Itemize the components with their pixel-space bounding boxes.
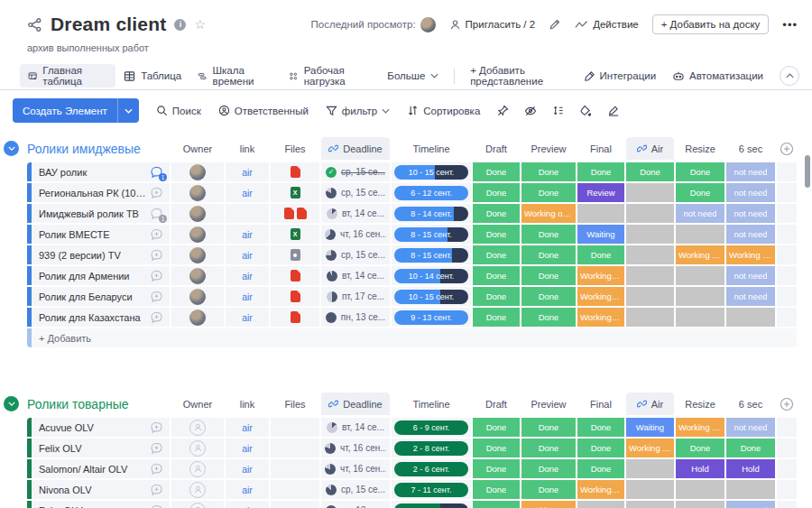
add-column-button[interactable] bbox=[777, 393, 797, 415]
status-cell-6-sec[interactable]: not need bbox=[726, 266, 775, 285]
status-cell-resize[interactable]: not need bbox=[676, 204, 724, 223]
status-cell-draft[interactable]: Done bbox=[473, 225, 520, 244]
column-header-deadline[interactable]: Deadline bbox=[321, 137, 390, 160]
owner-cell[interactable] bbox=[171, 266, 224, 285]
column-header-6-sec[interactable]: 6 sec bbox=[726, 137, 775, 160]
automations-button[interactable]: Автоматизации bbox=[672, 70, 763, 82]
status-cell-air[interactable] bbox=[626, 287, 674, 306]
owner-avatar[interactable] bbox=[189, 309, 206, 326]
link-text[interactable]: air bbox=[242, 271, 253, 282]
status-cell-draft[interactable]: Done bbox=[473, 204, 520, 223]
status-cell-6-sec[interactable]: not need bbox=[726, 225, 775, 244]
link-text[interactable]: air bbox=[242, 464, 253, 475]
info-icon[interactable]: i bbox=[174, 19, 186, 31]
img-file-icon[interactable] bbox=[291, 249, 300, 261]
status-cell-6-sec[interactable]: not need bbox=[726, 287, 775, 306]
deadline-cell[interactable]: ср, 15 се... bbox=[321, 480, 390, 499]
timeline-cell[interactable]: 8 - 14 сент. bbox=[392, 204, 471, 223]
deadline-cell[interactable]: пт, 17 се... bbox=[321, 287, 390, 306]
item-name-cell[interactable]: Ролик для Армении bbox=[27, 266, 170, 285]
column-header-timeline[interactable]: Timeline bbox=[392, 393, 471, 415]
status-cell-preview[interactable]: Done bbox=[521, 266, 576, 285]
status-cell-final[interactable]: Done bbox=[577, 245, 624, 264]
files-cell[interactable] bbox=[271, 439, 319, 457]
filter-button[interactable]: фильтр bbox=[326, 106, 390, 116]
tab-table[interactable]: Таблица bbox=[115, 64, 189, 88]
timeline-pill[interactable]: 10 - 15 сент. bbox=[394, 290, 468, 304]
status-cell-resize[interactable] bbox=[676, 308, 724, 327]
status-cell-resize[interactable]: Done bbox=[676, 439, 724, 457]
status-cell-final[interactable]: Done bbox=[577, 439, 624, 457]
column-header-draft[interactable]: Draft bbox=[473, 137, 520, 160]
link-cell[interactable]: air bbox=[226, 418, 269, 437]
add-update-icon[interactable] bbox=[150, 291, 163, 303]
owner-avatar[interactable] bbox=[189, 164, 206, 180]
add-view-button[interactable]: + Добавить представление bbox=[462, 64, 583, 88]
link-text[interactable]: air bbox=[242, 485, 253, 495]
add-update-icon[interactable] bbox=[150, 270, 163, 282]
item-name[interactable]: Ролик для Беларуси bbox=[39, 291, 146, 302]
status-cell-draft[interactable]: Done bbox=[473, 183, 520, 202]
status-cell-resize[interactable]: Working on it bbox=[676, 418, 724, 437]
owner-avatar[interactable] bbox=[189, 289, 206, 305]
column-header-files[interactable]: Files bbox=[271, 393, 319, 415]
deadline-cell[interactable]: чт, 16 сен... bbox=[321, 459, 390, 478]
column-header-link[interactable]: link bbox=[226, 137, 269, 160]
chat-bubble-icon[interactable]: 1 bbox=[150, 166, 163, 179]
files-cell[interactable] bbox=[271, 162, 319, 181]
timeline-cell[interactable]: 8 - 15 сент. bbox=[392, 225, 471, 244]
link-text[interactable]: air bbox=[242, 229, 253, 240]
item-name-cell[interactable]: Salomon/ Altair OLV bbox=[27, 459, 170, 478]
add-item-button[interactable]: + Добавить bbox=[27, 328, 797, 347]
owner-cell[interactable] bbox=[171, 204, 224, 223]
files-cell[interactable] bbox=[271, 480, 319, 499]
timeline-pill[interactable]: 10 - 14 сент. bbox=[394, 269, 468, 283]
status-cell-draft[interactable]: Done bbox=[473, 287, 520, 306]
owner-cell[interactable] bbox=[171, 439, 224, 457]
timeline-cell[interactable]: 10 - 15 сент. bbox=[392, 287, 471, 306]
status-cell-resize[interactable]: Working on it bbox=[676, 245, 724, 264]
status-cell-preview[interactable]: Done bbox=[521, 418, 576, 437]
add-update-icon[interactable] bbox=[150, 504, 163, 508]
status-cell-6-sec[interactable]: Working on it bbox=[726, 245, 775, 264]
status-cell-resize[interactable] bbox=[676, 225, 724, 244]
row-height-icon[interactable] bbox=[552, 105, 564, 116]
status-cell-air[interactable]: Working on it bbox=[626, 439, 674, 457]
status-cell-6-sec[interactable]: not need bbox=[726, 418, 775, 437]
column-header-air[interactable]: Air bbox=[626, 393, 674, 415]
status-cell-air[interactable] bbox=[626, 183, 674, 202]
status-cell-final[interactable]: Working on it bbox=[577, 266, 624, 285]
status-cell-draft[interactable]: Done bbox=[473, 245, 520, 264]
owner-avatar[interactable] bbox=[189, 226, 206, 243]
status-cell-resize[interactable] bbox=[676, 480, 724, 499]
status-cell-resize[interactable] bbox=[676, 501, 724, 508]
timeline-cell[interactable]: 6 - 9 сент. bbox=[392, 418, 471, 437]
favorite-star-icon[interactable]: ☆ bbox=[194, 17, 206, 32]
item-name[interactable]: Ролик ВМЕСТЕ bbox=[39, 229, 146, 240]
add-update-icon[interactable] bbox=[150, 311, 163, 324]
collapse-header-button[interactable] bbox=[780, 66, 799, 86]
edit-pen-icon[interactable] bbox=[607, 105, 620, 116]
owner-avatar-empty[interactable] bbox=[189, 503, 206, 508]
timeline-pill[interactable]: 2 - 6 сент. bbox=[394, 462, 468, 476]
status-cell-6-sec[interactable]: not need bbox=[726, 501, 775, 508]
add-update-icon[interactable] bbox=[150, 463, 163, 476]
status-cell-6-sec[interactable]: not need bbox=[726, 162, 775, 181]
board-description[interactable]: архив выполненных работ bbox=[27, 42, 799, 53]
deadline-cell[interactable]: чт, 16 сен... bbox=[321, 439, 390, 457]
deadline-cell[interactable]: чт, 16 сен... bbox=[321, 225, 390, 244]
item-name[interactable]: Ролик для Армении bbox=[39, 271, 146, 282]
item-name-cell[interactable]: Региональная РК (10 роликов) bbox=[27, 183, 170, 202]
item-name[interactable]: Felix OLV bbox=[39, 443, 146, 454]
timeline-pill[interactable]: 6 - 9 сент. bbox=[394, 420, 468, 435]
status-cell-final[interactable] bbox=[577, 501, 624, 508]
status-cell-final[interactable]: Done bbox=[577, 162, 624, 181]
status-cell-6-sec[interactable]: Done bbox=[726, 439, 775, 457]
deadline-cell[interactable]: вт, 14 се... bbox=[321, 266, 390, 285]
deadline-cell[interactable]: пн, 13 се... bbox=[321, 501, 390, 508]
item-name[interactable]: Fairy OLV bbox=[39, 505, 146, 508]
status-cell-final[interactable]: Working on it bbox=[577, 287, 624, 306]
add-update-icon[interactable] bbox=[150, 249, 163, 262]
last-viewed-avatar[interactable] bbox=[420, 17, 436, 32]
sort-button[interactable]: Сортировка bbox=[407, 105, 480, 116]
